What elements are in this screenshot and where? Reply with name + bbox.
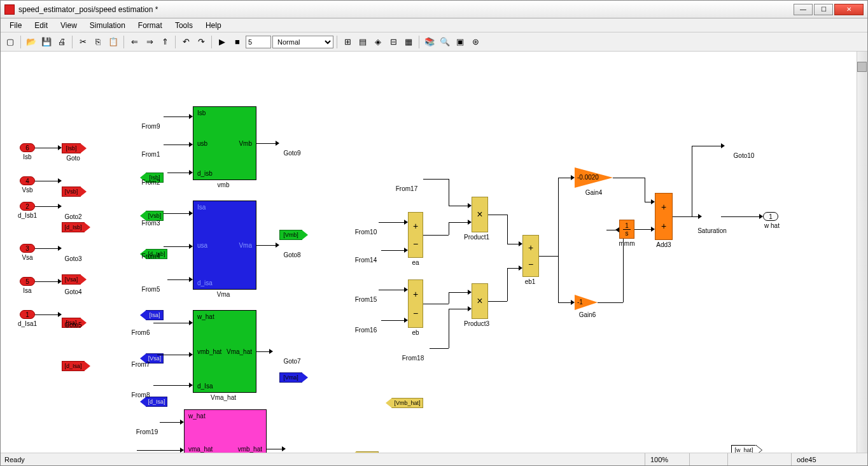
stop-button[interactable]: ■ (230, 35, 244, 49)
explorer-button[interactable]: 🔍 (438, 35, 452, 49)
tool-2[interactable]: ▤ (356, 35, 370, 49)
inport-disb1[interactable]: 2 (20, 202, 35, 211)
from10-label: From10 (347, 229, 385, 236)
from3-label: From3 (132, 220, 170, 227)
library-button[interactable]: 📚 (423, 35, 437, 49)
product1[interactable]: × (472, 197, 488, 232)
product3-label: Product3 (458, 320, 496, 327)
menu-format[interactable]: Format (132, 21, 169, 30)
saturation-label: Saturation (693, 227, 731, 234)
status-solver: ode45 (791, 453, 867, 465)
menu-simulation[interactable]: Simulation (83, 21, 132, 30)
inport-isa-label: Isa (8, 287, 46, 294)
mmm-label: mmm (608, 240, 646, 247)
vmahat-label: Vma_hat (204, 394, 242, 401)
gain6-label: Gain6 (568, 311, 606, 318)
from17-label: From17 (388, 185, 426, 192)
goto-isb[interactable]: [Isb] (62, 143, 81, 153)
app-icon (4, 4, 15, 15)
inport-vsa-label: Vsa (8, 254, 46, 261)
undo-button[interactable]: ↶ (179, 35, 193, 49)
subsys-vma-hat[interactable]: w_hat vmb_hatVma_hat d_Isa (193, 310, 256, 393)
from2-label: From2 (132, 179, 170, 186)
goto-disa[interactable]: [d_Isa] (62, 361, 85, 371)
ea-label: ea (396, 259, 435, 266)
goto-isb-label: Goto (54, 155, 92, 162)
cut-button[interactable]: ✂ (76, 35, 90, 49)
goto-vsb[interactable]: [Vsb] (62, 187, 81, 197)
maximize-button[interactable]: ☐ (814, 4, 833, 15)
sum-eb1[interactable]: +− (522, 235, 539, 277)
eb1-label: eb1 (511, 278, 549, 285)
from1-label: From1 (132, 151, 170, 158)
minimize-button[interactable]: — (794, 4, 813, 15)
tool-5[interactable]: ▦ (402, 35, 416, 49)
toolbar: ▢ 📂 💾 🖨 ✂ ⎘ 📋 ⇐ ⇒ ⇑ ↶ ↷ ▶ ■ Normal ⊞ ▤ ◈… (1, 32, 867, 52)
from7-label: From7 (122, 361, 160, 368)
redo-button[interactable]: ↷ (194, 35, 208, 49)
scrollbar-thumb[interactable] (857, 62, 867, 72)
mode-select[interactable]: Normal (272, 36, 333, 48)
goto9-label: Goto9 (273, 150, 311, 157)
from8-label: From8 (122, 392, 160, 399)
menu-edit[interactable]: Edit (28, 21, 54, 30)
inport-isb[interactable]: 6 (20, 143, 35, 152)
copy-button[interactable]: ⎘ (91, 35, 105, 49)
tool-3[interactable]: ◈ (371, 35, 385, 49)
open-button[interactable]: 📂 (24, 35, 38, 49)
sum-ea[interactable]: +− (408, 212, 423, 258)
tool-4[interactable]: ⊟ (386, 35, 400, 49)
subsys-vmb[interactable]: Isb usbVmb d_isb (193, 106, 256, 180)
goto10[interactable]: [w_hat] (731, 445, 757, 453)
inport-vsb[interactable]: 4 (20, 176, 35, 185)
goto8[interactable]: [Vma] (279, 372, 302, 383)
menu-file[interactable]: File (3, 21, 28, 30)
from10[interactable]: [Vma] (356, 451, 379, 453)
forward-button[interactable]: ⇒ (143, 35, 157, 49)
goto8-label: Goto8 (273, 251, 311, 258)
subsys-vmb-hat1[interactable]: w_hat vma_hatvmb_hat d_Isb (184, 409, 267, 453)
add3[interactable]: ++ (655, 193, 673, 240)
from17[interactable]: [Vmb_hat] (391, 398, 423, 408)
goto-disb[interactable]: [d_Isb] (62, 222, 85, 232)
product1-label: Product1 (458, 234, 496, 241)
gain6[interactable]: -1 (575, 295, 598, 310)
from19-label: From19 (128, 428, 166, 435)
print-button[interactable]: 🖨 (55, 35, 69, 49)
inport-isa[interactable]: 5 (20, 277, 35, 286)
run-button[interactable]: ▶ (215, 35, 229, 49)
inport-vsb-label: Vsb (8, 187, 46, 194)
inport-vsa[interactable]: 3 (20, 244, 35, 253)
target-button[interactable]: ⊛ (468, 35, 482, 49)
status-empty2 (727, 453, 791, 465)
goto-vsa[interactable]: [Vsa] (62, 274, 81, 285)
integrator-mmm[interactable]: 1s (619, 220, 634, 239)
goto7-label: Goto7 (273, 358, 311, 365)
tool-1[interactable]: ⊞ (340, 35, 354, 49)
gain4[interactable]: -0.0020 (575, 167, 613, 188)
stop-time-input[interactable] (246, 36, 271, 48)
vma-label: Vma (204, 291, 242, 298)
model-canvas[interactable]: 6 Isb [Isb] Goto 4 Vsb [Vsb] 2 d_Isb1 [d… (1, 52, 857, 453)
sum-eb[interactable]: +− (408, 279, 423, 328)
inport-disa1[interactable]: 1 (20, 310, 35, 319)
from3[interactable]: [Isa] (146, 310, 164, 320)
debug-button[interactable]: ▣ (453, 35, 467, 49)
menu-help[interactable]: Help (199, 21, 228, 30)
save-button[interactable]: 💾 (39, 35, 53, 49)
menu-tools[interactable]: Tools (169, 21, 199, 30)
new-button[interactable]: ▢ (3, 35, 17, 49)
close-button[interactable]: ✕ (834, 4, 864, 15)
menu-view[interactable]: View (54, 21, 83, 30)
product3[interactable]: × (472, 283, 488, 319)
outport-what[interactable]: 1 (763, 212, 778, 221)
goto10-label: Goto10 (725, 152, 763, 159)
menubar: File Edit View Simulation Format Tools H… (1, 18, 867, 32)
subsys-vma[interactable]: Isa usaVma d_isa (193, 201, 256, 290)
from9-label: From9 (132, 123, 170, 130)
back-button[interactable]: ⇐ (127, 35, 141, 49)
vertical-scrollbar[interactable] (857, 52, 867, 453)
paste-button[interactable]: 📋 (106, 35, 120, 49)
goto9[interactable]: [Vmb] (279, 230, 302, 240)
up-button[interactable]: ⇑ (158, 35, 172, 49)
